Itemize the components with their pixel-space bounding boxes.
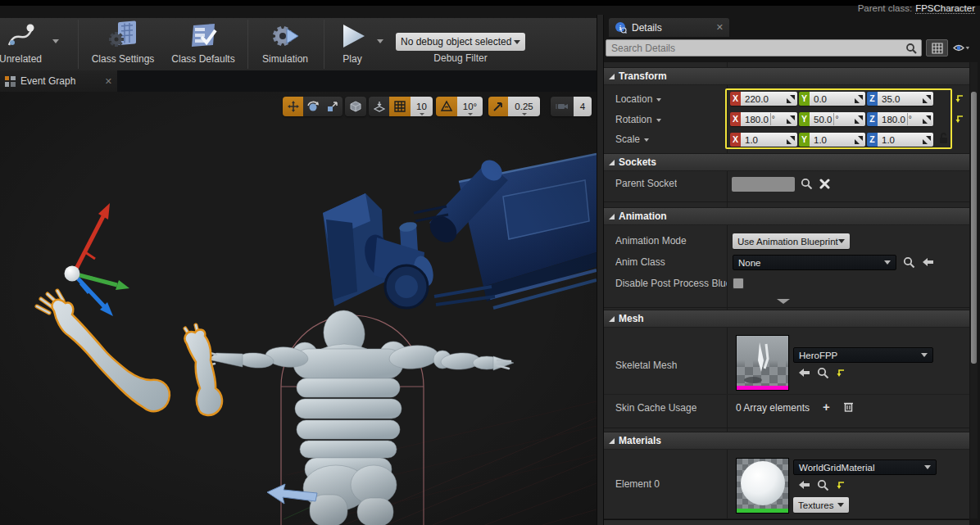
camera-speed-value[interactable]: 4 bbox=[574, 97, 592, 116]
play-icon bbox=[337, 20, 368, 52]
mesh-reset-icon[interactable] bbox=[836, 368, 846, 378]
world-local-toggle-button[interactable] bbox=[345, 97, 366, 116]
drag-handle-icon bbox=[855, 95, 863, 103]
simulation-button[interactable]: Simulation bbox=[248, 20, 322, 68]
material-dropdown[interactable]: WorldGridMaterial bbox=[793, 459, 937, 475]
scale-z-field[interactable]: Z 1.0 bbox=[867, 133, 933, 147]
delete-elements-icon[interactable] bbox=[843, 401, 854, 412]
bottom-strip bbox=[604, 519, 969, 525]
play-options-caret[interactable] bbox=[377, 39, 383, 43]
close-tab-icon[interactable]: ✕ bbox=[716, 22, 724, 33]
scale-lock-icon[interactable] bbox=[938, 132, 949, 145]
transform-tools-group bbox=[283, 97, 343, 116]
rotation-x-field[interactable]: X 180.0° bbox=[730, 112, 797, 126]
compile-icon bbox=[5, 20, 36, 52]
tab-details[interactable]: i Details ✕ bbox=[609, 18, 729, 37]
element0-label: Element 0 bbox=[615, 478, 660, 490]
anim-class-use-selected-icon[interactable] bbox=[922, 257, 934, 267]
debug-object-dropdown[interactable]: No debug object selected bbox=[396, 33, 525, 51]
rotation-snap-toggle-button[interactable] bbox=[436, 97, 457, 116]
scrollbar-thumb[interactable] bbox=[971, 92, 977, 364]
material-browse-icon[interactable] bbox=[817, 479, 829, 491]
close-tab-icon[interactable]: ✕ bbox=[105, 76, 112, 87]
skeletal-mesh-preview bbox=[737, 336, 790, 391]
drag-handle-icon bbox=[855, 115, 863, 124]
move-tool-button[interactable] bbox=[283, 97, 303, 116]
material-use-selected-icon[interactable] bbox=[798, 480, 810, 490]
location-y-field[interactable]: Y 0.0 bbox=[799, 92, 865, 106]
surface-snap-button[interactable] bbox=[369, 97, 389, 116]
socket-search-icon[interactable] bbox=[801, 178, 813, 190]
skin-cache-value: 0 Array elements bbox=[736, 402, 810, 414]
grid-snap-value-dropdown[interactable]: 10 bbox=[411, 97, 433, 116]
camera-speed-group: 4 bbox=[551, 97, 592, 116]
panel-splitter[interactable] bbox=[597, 15, 604, 525]
anim-class-search-icon[interactable] bbox=[903, 256, 915, 269]
tab-event-graph[interactable]: Event Graph ✕ bbox=[0, 70, 117, 92]
socket-clear-icon[interactable] bbox=[819, 179, 830, 189]
anim-class-dropdown[interactable]: None bbox=[733, 255, 896, 270]
location-z-field[interactable]: Z 35.0 bbox=[867, 92, 933, 106]
angle-snap-icon bbox=[440, 100, 453, 113]
animation-mode-label: Animation Mode bbox=[615, 235, 687, 247]
section-materials[interactable]: Materials bbox=[604, 432, 969, 450]
dropdown-caret-icon bbox=[837, 503, 844, 507]
viewport-vignette bbox=[0, 92, 597, 525]
textures-dropdown[interactable]: Textures bbox=[793, 497, 849, 513]
animation-mode-dropdown[interactable]: Use Animation Blueprint bbox=[733, 233, 850, 249]
camera-speed-button[interactable] bbox=[551, 97, 574, 116]
section-mesh[interactable]: Mesh bbox=[604, 310, 969, 328]
location-x-field[interactable]: X 220.0 bbox=[730, 92, 797, 106]
main-toolbar: Unrelated Class Settings bbox=[0, 18, 597, 70]
section-sockets[interactable]: Sockets bbox=[604, 153, 969, 171]
class-defaults-icon bbox=[187, 20, 220, 52]
material-thumbnail[interactable] bbox=[736, 458, 789, 514]
3d-viewport[interactable]: 10 10° 0.25 bbox=[0, 92, 597, 525]
skeletal-mesh-dropdown[interactable]: HeroFPP bbox=[793, 347, 933, 363]
anim-class-label: Anim Class bbox=[615, 256, 665, 268]
skin-cache-label: Skin Cache Usage bbox=[615, 402, 696, 414]
compile-button[interactable]: Unrelated bbox=[0, 20, 57, 68]
property-matrix-button[interactable] bbox=[926, 39, 948, 57]
rotate-tool-button[interactable] bbox=[303, 97, 323, 116]
mesh-use-selected-icon[interactable] bbox=[798, 368, 810, 378]
parent-socket-label: Parent Socket bbox=[615, 178, 677, 189]
add-element-icon[interactable]: + bbox=[823, 400, 830, 414]
section-animation[interactable]: Animation bbox=[604, 207, 969, 225]
details-scrollbar[interactable] bbox=[970, 62, 978, 518]
class-settings-button[interactable]: Class Settings bbox=[86, 20, 160, 68]
reset-location-icon[interactable] bbox=[955, 93, 964, 103]
section-transform[interactable]: Transform bbox=[604, 67, 969, 85]
class-defaults-button[interactable]: Class Defaults bbox=[166, 20, 240, 68]
drag-handle-icon bbox=[787, 115, 795, 124]
dropdown-caret-icon bbox=[514, 40, 520, 44]
skeletal-mesh-thumbnail[interactable] bbox=[736, 335, 789, 391]
scale-x-field[interactable]: X 1.0 bbox=[730, 133, 797, 147]
play-button[interactable]: Play bbox=[315, 20, 389, 68]
mesh-browse-icon[interactable] bbox=[817, 367, 829, 379]
location-label[interactable]: Location bbox=[615, 93, 661, 105]
rotation-z-field[interactable]: Z 180.0° bbox=[867, 112, 933, 126]
compile-options-caret[interactable] bbox=[52, 39, 59, 43]
parent-class-value[interactable]: FPSCharacter bbox=[915, 3, 975, 14]
scale-label[interactable]: Scale bbox=[615, 134, 649, 145]
scale-snap-value-dropdown[interactable]: 0.25 bbox=[508, 97, 540, 116]
reset-rotation-icon[interactable] bbox=[955, 114, 964, 124]
advanced-expander[interactable] bbox=[777, 299, 790, 304]
scale-snap-toggle-button[interactable] bbox=[488, 97, 508, 116]
display-filter-eye-icon[interactable] bbox=[953, 43, 969, 53]
parent-class-label: Parent class:FPSCharacter bbox=[858, 3, 975, 13]
material-reset-icon[interactable] bbox=[836, 480, 846, 490]
rotation-y-field[interactable]: Y 50.0° bbox=[799, 112, 865, 126]
scale-tool-button[interactable] bbox=[323, 97, 343, 116]
rotation-label[interactable]: Rotation bbox=[615, 114, 661, 125]
world-cube-icon bbox=[349, 100, 362, 113]
disable-post-process-checkbox[interactable] bbox=[733, 278, 744, 289]
grid-snap-toggle-button[interactable] bbox=[389, 97, 411, 116]
search-details-input[interactable] bbox=[606, 39, 922, 57]
rotation-snap-value-dropdown[interactable]: 10° bbox=[457, 97, 483, 116]
parent-socket-input[interactable] bbox=[732, 177, 795, 192]
drag-handle-icon bbox=[787, 136, 795, 144]
toolbar-divider bbox=[78, 20, 79, 69]
scale-y-field[interactable]: Y 1.0 bbox=[799, 133, 865, 147]
